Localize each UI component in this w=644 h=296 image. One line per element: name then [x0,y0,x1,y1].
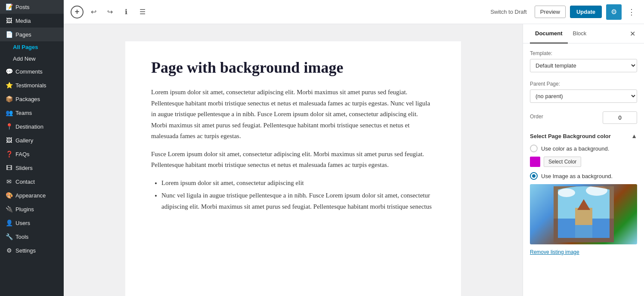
sidebar-item-media[interactable]: 🖼 Media [0,14,64,28]
close-panel-button[interactable]: ✕ [628,28,637,40]
preview-image-svg [554,186,614,242]
toolbar: + ↩ ↪ ℹ ☰ Switch to Draft Preview Update… [64,0,644,24]
bg-color-section: Select Page Background color ▲ Use color… [530,133,637,256]
sidebar-label-comments: Comments [15,68,43,75]
use-color-row: Use color as a background. [530,145,637,152]
list-item-1[interactable]: Lorem ipsum dolor sit amet, consectetur … [161,178,435,189]
settings-button[interactable]: ⚙ [606,4,622,20]
add-block-button[interactable]: + [71,6,84,18]
sidebar-item-sliders[interactable]: 🎞 Sliders [0,161,64,175]
template-label: Template: [530,50,637,56]
svg-rect-4 [575,208,592,225]
sidebar-item-destination[interactable]: 📍 Destination [0,120,64,133]
editor-area[interactable]: Page with background image Lorem ipsum d… [64,24,523,296]
add-new-label: Add New [13,56,36,62]
redo-button[interactable]: ↪ [103,6,116,18]
sidebar-label-faqs: FAQs [15,151,30,157]
sidebar-item-contact[interactable]: ✉ Contact [0,175,64,188]
content-wrapper: Page with background image Lorem ipsum d… [64,24,644,296]
sidebar-label-destination: Destination [15,123,43,130]
toolbar-right: Switch to Draft Preview Update ⚙ ⋮ [487,4,637,20]
sidebar-item-plugins[interactable]: 🔌 Plugins [0,202,64,216]
tab-document[interactable]: Document [530,24,568,43]
sidebar-item-users[interactable]: 👤 Users [0,216,64,230]
sidebar-label-packages: Packages [15,96,40,102]
sidebar-item-packages[interactable]: 📦 Packages [0,92,64,106]
parent-page-label: Parent Page: [530,81,637,87]
media-icon: 🖼 [5,17,13,24]
sidebar-item-testimonials[interactable]: ⭐ Testimonials [0,78,64,92]
contact-icon: ✉ [5,178,13,185]
sidebar-item-settings[interactable]: ⚙ Settings [0,244,64,257]
svg-rect-6 [575,225,592,238]
main-area: + ↩ ↪ ℹ ☰ Switch to Draft Preview Update… [64,0,644,296]
use-color-radio[interactable] [530,145,538,152]
faqs-icon: ❓ [5,151,13,157]
sidebar: 📝 Posts 🖼 Media 📄 Pages All Pages Add Ne… [0,0,64,296]
users-icon: 👤 [5,219,13,226]
bg-image-preview [530,184,637,244]
plugins-icon: 🔌 [5,206,13,213]
use-image-label: Use Image as a background. [541,173,613,179]
bg-section-header: Select Page Background color ▲ [530,133,637,139]
pages-icon: 📄 [5,31,13,38]
right-panel: Document Block ✕ Template: Default templ… [523,24,644,296]
sidebar-item-comments[interactable]: 💬 Comments [0,65,64,78]
svg-point-1 [558,188,575,197]
sidebar-item-posts[interactable]: 📝 Posts [0,0,64,14]
info-button[interactable]: ℹ [120,6,133,18]
remove-image-link[interactable]: Remove listing image [530,249,579,255]
color-swatch[interactable] [530,157,540,167]
sidebar-label-sliders: Sliders [15,165,33,171]
parent-page-select[interactable]: (no parent) [530,89,637,103]
sidebar-item-pages[interactable]: 📄 Pages [0,28,64,41]
preview-button[interactable]: Preview [535,6,566,18]
sidebar-sub-all-pages[interactable]: All Pages [0,41,64,53]
appearance-icon: 🎨 [5,192,13,199]
sidebar-label-tools: Tools [15,234,28,240]
testimonials-icon: ⭐ [5,82,13,89]
tab-block[interactable]: Block [568,24,592,43]
sidebar-item-tools[interactable]: 🔧 Tools [0,230,64,244]
settings-icon: ⚙ [5,247,13,254]
order-input[interactable] [603,111,637,124]
tools-icon: 🔧 [5,233,13,240]
sidebar-label-appearance: Appearance [15,192,46,199]
gallery-icon: 🖼 [5,137,13,144]
sidebar-label-pages: Pages [15,31,31,38]
panel-tabs: Document Block ✕ [523,24,644,43]
sidebar-label-posts: Posts [15,4,30,10]
template-select[interactable]: Default template [530,59,637,72]
list-item-2[interactable]: Nunc vel ligula in augue tristique pelle… [161,190,435,212]
sidebar-item-gallery[interactable]: 🖼 Gallery [0,133,64,147]
bg-section-title: Select Page Background color [530,133,611,139]
update-button[interactable]: Update [570,6,602,18]
list-view-button[interactable]: ☰ [136,6,149,18]
use-image-radio[interactable] [530,172,538,180]
sidebar-label-plugins: Plugins [15,206,34,213]
paragraph-2[interactable]: Fusce Lorem ipsum dolor sit amet, consec… [151,149,435,171]
sidebar-item-appearance[interactable]: 🎨 Appearance [0,188,64,202]
select-color-button[interactable]: Select Color [544,157,581,167]
sidebar-sub-add-new[interactable]: Add New [0,53,64,65]
sidebar-item-faqs[interactable]: ❓ FAQs [0,147,64,161]
page-title[interactable]: Page with background image [151,59,435,77]
sidebar-label-teams: Teams [15,110,32,116]
more-options-button[interactable]: ⋮ [626,6,637,18]
switch-to-draft-button[interactable]: Switch to Draft [487,7,530,17]
undo-button[interactable]: ↩ [87,6,100,18]
parent-page-section: Parent Page: (no parent) [530,81,637,103]
bg-section-toggle[interactable]: ▲ [631,133,637,139]
sidebar-label-gallery: Gallery [15,137,33,144]
comments-icon: 💬 [5,68,13,75]
sidebar-label-media: Media [15,18,31,24]
all-pages-label: All Pages [13,44,38,50]
list-block: Lorem ipsum dolor sit amet, consectetur … [161,178,435,213]
sidebar-label-users: Users [15,220,30,226]
paragraph-1[interactable]: Lorem ipsum dolor sit amet, consectetur … [151,87,435,142]
sidebar-item-teams[interactable]: 👥 Teams [0,106,64,120]
template-section: Template: Default template [530,50,637,72]
use-color-label: Use color as a background. [541,145,609,152]
posts-icon: 📝 [5,3,13,10]
sliders-icon: 🎞 [5,164,13,171]
